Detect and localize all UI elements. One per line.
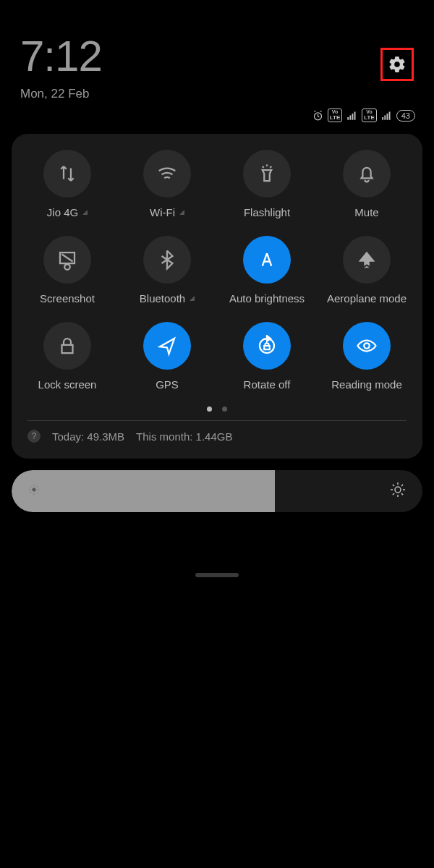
clock-block: 7:12 Mon, 22 Feb xyxy=(20,35,102,101)
tile-label: Auto brightness xyxy=(229,292,305,305)
settings-button[interactable] xyxy=(380,48,414,81)
tile-label: Wi-Fi xyxy=(150,206,175,218)
tile-mute[interactable]: Mute xyxy=(317,150,417,218)
bell-icon xyxy=(356,163,378,184)
svg-line-10 xyxy=(37,486,38,487)
battery-badge: 43 xyxy=(396,110,415,122)
rotate-lock-icon xyxy=(256,335,278,357)
tile-screenshot[interactable]: Screenshot xyxy=(17,236,117,305)
svg-point-1 xyxy=(364,343,370,349)
tile-label: Aeroplane mode xyxy=(327,292,407,305)
sun-max-icon xyxy=(389,481,407,501)
brightness-slider[interactable] xyxy=(12,470,422,512)
tile-lock-screen[interactable]: Lock screen xyxy=(17,322,117,391)
alarm-icon xyxy=(312,110,323,121)
clock-time: 7:12 xyxy=(20,35,102,78)
tile-gps[interactable]: GPS xyxy=(117,322,217,391)
svg-point-11 xyxy=(395,487,401,493)
data-today: Today: 49.3MB xyxy=(52,430,124,443)
tile-auto-brightness[interactable]: Auto brightness xyxy=(217,236,317,305)
svg-point-2 xyxy=(33,488,36,492)
drawer-handle[interactable] xyxy=(195,573,239,577)
clock-date: Mon, 22 Feb xyxy=(20,87,102,101)
svg-line-7 xyxy=(30,486,31,487)
tile-wifi[interactable]: Wi-Fi xyxy=(117,150,217,218)
help-icon: ? xyxy=(27,430,41,443)
tile-label: Mute xyxy=(354,206,378,218)
tile-label: Screenshot xyxy=(40,292,95,305)
status-header: 7:12 Mon, 22 Feb xyxy=(0,0,434,101)
signal-icon-1 xyxy=(346,110,357,121)
svg-line-9 xyxy=(30,493,31,493)
tile-label: GPS xyxy=(156,378,179,391)
chevron-down-icon xyxy=(179,210,184,215)
chevron-down-icon xyxy=(82,210,88,215)
wifi-icon xyxy=(156,163,178,184)
bluetooth-icon xyxy=(156,249,178,271)
tile-label: Flashlight xyxy=(244,206,290,218)
tile-rotate[interactable]: Rotate off xyxy=(217,322,317,391)
location-arrow-icon xyxy=(156,335,178,357)
svg-line-8 xyxy=(37,493,38,493)
tile-flashlight[interactable]: Flashlight xyxy=(217,150,317,218)
tile-label: Bluetooth xyxy=(140,292,185,305)
tile-mobile-data[interactable]: Jio 4G xyxy=(17,150,117,218)
chevron-down-icon xyxy=(190,296,195,301)
svg-line-18 xyxy=(393,493,394,495)
svg-line-16 xyxy=(393,485,394,486)
tile-label: Reading mode xyxy=(331,378,402,391)
lock-icon xyxy=(56,335,78,357)
brightness-fill xyxy=(12,470,275,512)
screenshot-icon xyxy=(56,249,78,271)
quick-settings-panel: Jio 4G Wi-Fi Flashlight Mute Screenshot … xyxy=(12,134,422,459)
tile-label: Lock screen xyxy=(38,378,97,391)
data-usage-row[interactable]: ? Today: 49.3MB This month: 1.44GB xyxy=(17,430,417,448)
svg-line-17 xyxy=(401,493,403,495)
volte-badge-2: VoLTE xyxy=(362,109,377,122)
tile-reading-mode[interactable]: Reading mode xyxy=(317,322,417,391)
tile-aeroplane[interactable]: Aeroplane mode xyxy=(317,236,417,305)
sun-min-icon xyxy=(27,483,41,499)
tiles-grid: Jio 4G Wi-Fi Flashlight Mute Screenshot … xyxy=(17,150,417,391)
signal-icon-2 xyxy=(381,110,392,121)
tile-label: Rotate off xyxy=(244,378,291,391)
eye-icon xyxy=(356,335,378,357)
svg-line-19 xyxy=(401,485,403,486)
page-indicator xyxy=(17,407,417,412)
page-dot-1[interactable] xyxy=(207,407,212,412)
flashlight-icon xyxy=(256,163,278,184)
data-month: This month: 1.44GB xyxy=(136,430,232,443)
airplane-icon xyxy=(356,249,378,271)
tile-label: Jio 4G xyxy=(47,206,78,218)
data-arrows-icon xyxy=(56,163,78,184)
tile-bluetooth[interactable]: Bluetooth xyxy=(117,236,217,305)
status-icons-row: VoLTE VoLTE 43 xyxy=(0,101,434,122)
auto-brightness-icon xyxy=(256,249,278,271)
volte-badge-1: VoLTE xyxy=(328,109,343,122)
gear-icon xyxy=(388,55,407,74)
page-dot-2[interactable] xyxy=(222,407,227,412)
divider xyxy=(27,420,407,421)
